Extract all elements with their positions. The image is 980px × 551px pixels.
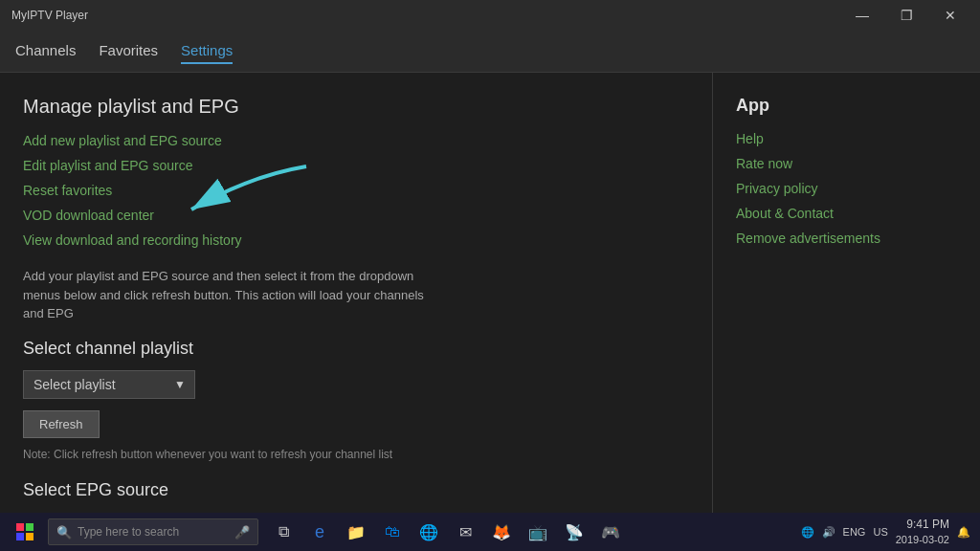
- notification-icon[interactable]: 🔔: [957, 526, 970, 539]
- select-epg-title: Select EPG source: [23, 480, 689, 500]
- right-panel: App Help Rate now Privacy policy About &…: [712, 73, 980, 513]
- edit-playlist-link[interactable]: Edit playlist and EPG source: [23, 158, 689, 173]
- select-channel-title: Select channel playlist: [23, 339, 689, 359]
- clock-date: 2019-03-02: [896, 533, 949, 547]
- playlist-dropdown-wrapper: Select playlist ▼: [23, 370, 195, 399]
- windows-icon: [16, 523, 33, 540]
- vod-download-link[interactable]: VOD download center: [23, 208, 689, 223]
- mail-icon[interactable]: ✉: [448, 515, 482, 549]
- taskbar-search[interactable]: 🔍 Type here to search 🎤: [48, 518, 258, 545]
- privacy-policy-link[interactable]: Privacy policy: [736, 181, 957, 196]
- about-contact-link[interactable]: About & Contact: [736, 206, 957, 221]
- note-text: Note: Click refresh button whenever you …: [23, 448, 689, 461]
- title-bar: MyIPTV Player — ❐ ✕: [0, 0, 980, 31]
- svg-rect-4: [26, 533, 33, 540]
- task-view-icon[interactable]: ⧉: [266, 515, 301, 549]
- description-text: Add your playlist and EPG source and the…: [23, 267, 425, 323]
- edge-icon[interactable]: e: [302, 515, 337, 549]
- app-title: MyIPTV Player: [11, 9, 88, 22]
- tab-favorites[interactable]: Favorites: [99, 38, 158, 64]
- window-controls: — ❐ ✕: [840, 0, 972, 31]
- firefox-icon[interactable]: 🦊: [484, 515, 519, 549]
- close-button[interactable]: ✕: [928, 0, 972, 31]
- microphone-icon: 🎤: [234, 525, 250, 540]
- tab-channels[interactable]: Channels: [15, 38, 76, 64]
- clock[interactable]: 9:41 PM 2019-03-02: [896, 517, 949, 547]
- minimize-button[interactable]: —: [840, 0, 884, 31]
- app-section-title: App: [736, 96, 957, 116]
- tab-settings[interactable]: Settings: [181, 38, 233, 64]
- start-button[interactable]: [6, 515, 44, 549]
- main-content: Manage playlist and EPG Add new playlist…: [0, 73, 980, 513]
- help-link[interactable]: Help: [736, 131, 957, 146]
- remove-ads-link[interactable]: Remove advertisements: [736, 231, 957, 246]
- restore-button[interactable]: ❐: [884, 0, 928, 31]
- left-panel: Manage playlist and EPG Add new playlist…: [0, 73, 712, 513]
- svg-rect-2: [26, 523, 33, 531]
- network-icon: 🌐: [801, 526, 814, 539]
- svg-rect-3: [16, 533, 24, 540]
- locale-label: ENG: [843, 526, 866, 538]
- download-history-link[interactable]: View download and recording history: [23, 232, 689, 248]
- add-playlist-link[interactable]: Add new playlist and EPG source: [23, 133, 689, 148]
- file-explorer-icon[interactable]: 📁: [339, 515, 373, 549]
- region-label: US: [873, 526, 887, 538]
- refresh-button[interactable]: Refresh: [23, 410, 100, 438]
- search-icon: 🔍: [56, 525, 72, 540]
- chrome-icon[interactable]: 🌐: [412, 515, 446, 549]
- speaker-icon: 🔊: [822, 526, 835, 539]
- app-icon-3[interactable]: 🎮: [593, 515, 628, 549]
- svg-rect-1: [16, 523, 24, 531]
- taskbar: 🔍 Type here to search 🎤 ⧉ e 📁 🛍 🌐 ✉ 🦊 📺 …: [0, 513, 980, 551]
- rate-now-link[interactable]: Rate now: [736, 156, 957, 171]
- search-placeholder: Type here to search: [78, 525, 179, 539]
- taskbar-icons: ⧉ e 📁 🛍 🌐 ✉ 🦊 📺 📡 🎮: [266, 515, 628, 549]
- store-icon[interactable]: 🛍: [375, 515, 410, 549]
- app-icon-1[interactable]: 📺: [521, 515, 555, 549]
- clock-time: 9:41 PM: [896, 517, 949, 533]
- nav-bar: Channels Favorites Settings: [0, 31, 980, 73]
- reset-favorites-link[interactable]: Reset favorites: [23, 183, 689, 198]
- taskbar-right: 🌐 🔊 ENG US 9:41 PM 2019-03-02 🔔: [801, 517, 974, 547]
- manage-section-title: Manage playlist and EPG: [23, 96, 689, 118]
- app-icon-2[interactable]: 📡: [557, 515, 591, 549]
- playlist-dropdown[interactable]: Select playlist: [23, 370, 195, 399]
